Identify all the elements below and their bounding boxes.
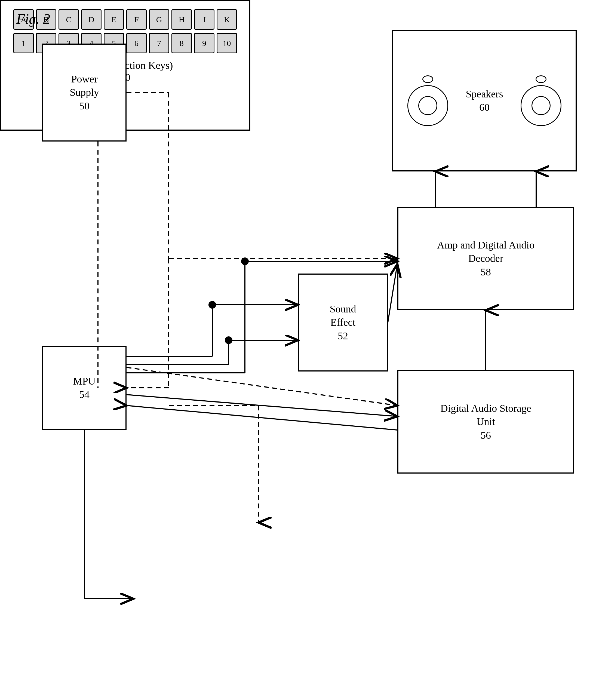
key-H[interactable]: H <box>171 9 192 30</box>
svg-line-20 <box>126 395 397 417</box>
speaker-knob-left <box>422 75 433 83</box>
dasu-label: Digital Audio StorageUnit56 <box>440 402 531 442</box>
svg-line-22 <box>388 264 397 322</box>
key-D[interactable]: D <box>81 9 102 30</box>
svg-line-21 <box>126 405 397 430</box>
key-K[interactable]: K <box>216 9 237 30</box>
key-C[interactable]: C <box>58 9 79 30</box>
key-10[interactable]: 10 <box>216 33 237 53</box>
key-6[interactable]: 6 <box>126 33 147 53</box>
speakers-label: Speakers60 <box>466 87 503 114</box>
speakers-box: Speakers60 <box>392 30 577 171</box>
key-9[interactable]: 9 <box>194 33 214 53</box>
mpu-box: MPU54 <box>42 346 126 430</box>
key-1[interactable]: 1 <box>13 33 34 53</box>
key-7[interactable]: 7 <box>149 33 169 53</box>
amp-decoder-box: Amp and Digital AudioDecoder58 <box>397 207 574 310</box>
mpu-label: MPU54 <box>73 375 95 401</box>
speaker-knob-right <box>536 75 547 83</box>
dasu-box: Digital Audio StorageUnit56 <box>397 370 574 474</box>
figure-label: Fig. 2 <box>16 11 50 27</box>
key-J[interactable]: J <box>194 9 214 30</box>
key-F[interactable]: F <box>126 9 147 30</box>
speakers-inner: Speakers60 <box>393 31 576 170</box>
speaker-cone-inner-right <box>531 96 551 115</box>
svg-point-10 <box>208 301 216 309</box>
speaker-left <box>407 75 448 126</box>
power-supply-box: PowerSupply50 <box>42 44 126 142</box>
power-supply-label: PowerSupply50 <box>70 72 99 113</box>
sound-effect-box: SoundEffect52 <box>298 274 388 372</box>
speaker-cone-outer-left <box>407 85 448 126</box>
svg-point-18 <box>241 258 249 265</box>
speaker-cone-outer-right <box>521 85 561 126</box>
sound-effect-label: SoundEffect52 <box>329 302 356 343</box>
speaker-right <box>521 75 561 126</box>
key-E[interactable]: E <box>104 9 124 30</box>
key-G[interactable]: G <box>149 9 169 30</box>
svg-line-7 <box>126 367 397 405</box>
speaker-cone-inner-left <box>418 96 437 115</box>
amp-decoder-label: Amp and Digital AudioDecoder58 <box>437 238 535 279</box>
key-8[interactable]: 8 <box>171 33 192 53</box>
svg-point-14 <box>225 337 232 344</box>
